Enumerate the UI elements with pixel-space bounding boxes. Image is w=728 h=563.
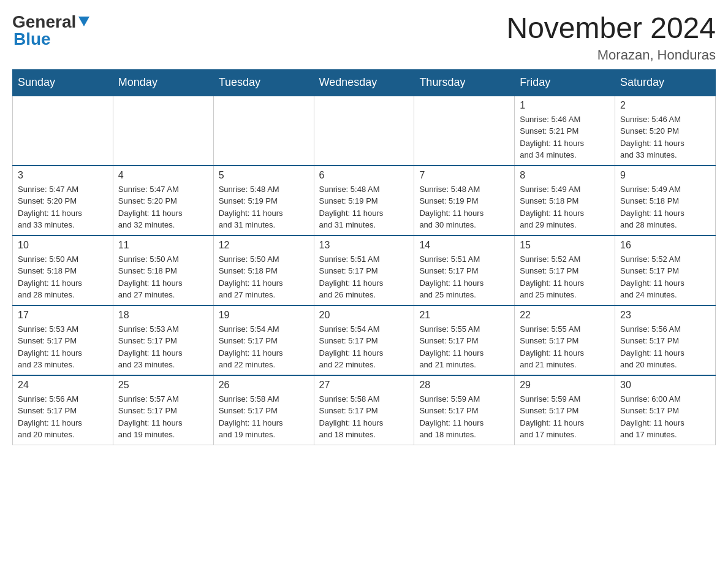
day-number: 17 (18, 310, 108, 321)
table-row: 28Sunrise: 5:59 AM Sunset: 5:17 PM Dayli… (414, 375, 515, 445)
day-number: 22 (520, 310, 610, 321)
page-header: General Blue November 2024 Morazan, Hond… (12, 12, 716, 63)
day-info: Sunrise: 5:55 AM Sunset: 5:17 PM Dayligh… (520, 323, 610, 371)
table-row: 12Sunrise: 5:50 AM Sunset: 5:18 PM Dayli… (213, 236, 314, 305)
table-row: 9Sunrise: 5:49 AM Sunset: 5:18 PM Daylig… (615, 166, 716, 236)
table-row: 8Sunrise: 5:49 AM Sunset: 5:18 PM Daylig… (515, 166, 615, 236)
table-row: 4Sunrise: 5:47 AM Sunset: 5:20 PM Daylig… (113, 166, 213, 236)
table-row: 23Sunrise: 5:56 AM Sunset: 5:17 PM Dayli… (615, 305, 716, 375)
day-number: 15 (520, 240, 610, 251)
day-number: 7 (419, 170, 509, 181)
table-row: 26Sunrise: 5:58 AM Sunset: 5:17 PM Dayli… (213, 375, 314, 445)
table-row: 21Sunrise: 5:55 AM Sunset: 5:17 PM Dayli… (414, 305, 515, 375)
table-row: 6Sunrise: 5:48 AM Sunset: 5:19 PM Daylig… (314, 166, 414, 236)
table-row (213, 96, 314, 166)
day-info: Sunrise: 5:54 AM Sunset: 5:17 PM Dayligh… (219, 323, 309, 371)
table-row: 5Sunrise: 5:48 AM Sunset: 5:19 PM Daylig… (213, 166, 314, 236)
weekday-header-row: Sunday Monday Tuesday Wednesday Thursday… (13, 69, 716, 96)
calendar-week-row: 3Sunrise: 5:47 AM Sunset: 5:20 PM Daylig… (13, 166, 716, 236)
table-row: 11Sunrise: 5:50 AM Sunset: 5:18 PM Dayli… (113, 236, 213, 305)
day-info: Sunrise: 5:47 AM Sunset: 5:20 PM Dayligh… (18, 183, 108, 231)
calendar-week-row: 17Sunrise: 5:53 AM Sunset: 5:17 PM Dayli… (13, 305, 716, 375)
table-row (13, 96, 113, 166)
day-number: 27 (319, 380, 409, 391)
day-number: 26 (219, 380, 309, 391)
day-number: 6 (319, 170, 409, 181)
day-number: 29 (520, 380, 610, 391)
svg-marker-0 (78, 17, 89, 26)
header-wednesday: Wednesday (314, 69, 414, 96)
table-row: 2Sunrise: 5:46 AM Sunset: 5:20 PM Daylig… (615, 96, 716, 166)
table-row: 24Sunrise: 5:56 AM Sunset: 5:17 PM Dayli… (13, 375, 113, 445)
day-info: Sunrise: 6:00 AM Sunset: 5:17 PM Dayligh… (620, 393, 710, 441)
title-area: November 2024 Morazan, Honduras (506, 12, 716, 63)
day-info: Sunrise: 5:53 AM Sunset: 5:17 PM Dayligh… (118, 323, 208, 371)
day-info: Sunrise: 5:59 AM Sunset: 5:17 PM Dayligh… (520, 393, 610, 441)
day-info: Sunrise: 5:48 AM Sunset: 5:19 PM Dayligh… (219, 183, 309, 231)
table-row: 3Sunrise: 5:47 AM Sunset: 5:20 PM Daylig… (13, 166, 113, 236)
header-monday: Monday (113, 69, 213, 96)
day-number: 13 (319, 240, 409, 251)
day-info: Sunrise: 5:48 AM Sunset: 5:19 PM Dayligh… (319, 183, 409, 231)
day-info: Sunrise: 5:52 AM Sunset: 5:17 PM Dayligh… (520, 253, 610, 301)
day-info: Sunrise: 5:47 AM Sunset: 5:20 PM Dayligh… (118, 183, 208, 231)
calendar-week-row: 10Sunrise: 5:50 AM Sunset: 5:18 PM Dayli… (13, 236, 716, 305)
table-row: 17Sunrise: 5:53 AM Sunset: 5:17 PM Dayli… (13, 305, 113, 375)
day-number: 10 (18, 240, 108, 251)
day-number: 25 (118, 380, 208, 391)
day-info: Sunrise: 5:48 AM Sunset: 5:19 PM Dayligh… (419, 183, 509, 231)
day-number: 30 (620, 380, 710, 391)
day-info: Sunrise: 5:51 AM Sunset: 5:17 PM Dayligh… (319, 253, 409, 301)
table-row: 20Sunrise: 5:54 AM Sunset: 5:17 PM Dayli… (314, 305, 414, 375)
day-info: Sunrise: 5:59 AM Sunset: 5:17 PM Dayligh… (419, 393, 509, 441)
day-info: Sunrise: 5:54 AM Sunset: 5:17 PM Dayligh… (319, 323, 409, 371)
table-row: 27Sunrise: 5:58 AM Sunset: 5:17 PM Dayli… (314, 375, 414, 445)
table-row: 1Sunrise: 5:46 AM Sunset: 5:21 PM Daylig… (515, 96, 615, 166)
day-info: Sunrise: 5:52 AM Sunset: 5:17 PM Dayligh… (620, 253, 710, 301)
calendar: Sunday Monday Tuesday Wednesday Thursday… (12, 69, 716, 445)
day-info: Sunrise: 5:50 AM Sunset: 5:18 PM Dayligh… (18, 253, 108, 301)
main-title: November 2024 (506, 12, 716, 45)
day-number: 9 (620, 170, 710, 181)
header-saturday: Saturday (615, 69, 716, 96)
day-info: Sunrise: 5:51 AM Sunset: 5:17 PM Dayligh… (419, 253, 509, 301)
table-row: 16Sunrise: 5:52 AM Sunset: 5:17 PM Dayli… (615, 236, 716, 305)
table-row: 30Sunrise: 6:00 AM Sunset: 5:17 PM Dayli… (615, 375, 716, 445)
table-row: 19Sunrise: 5:54 AM Sunset: 5:17 PM Dayli… (213, 305, 314, 375)
day-number: 18 (118, 310, 208, 321)
day-number: 8 (520, 170, 610, 181)
table-row: 25Sunrise: 5:57 AM Sunset: 5:17 PM Dayli… (113, 375, 213, 445)
day-info: Sunrise: 5:49 AM Sunset: 5:18 PM Dayligh… (620, 183, 710, 231)
day-number: 20 (319, 310, 409, 321)
day-number: 14 (419, 240, 509, 251)
table-row (314, 96, 414, 166)
day-number: 11 (118, 240, 208, 251)
day-number: 24 (18, 380, 108, 391)
day-info: Sunrise: 5:50 AM Sunset: 5:18 PM Dayligh… (219, 253, 309, 301)
day-number: 28 (419, 380, 509, 391)
day-info: Sunrise: 5:58 AM Sunset: 5:17 PM Dayligh… (219, 393, 309, 441)
day-info: Sunrise: 5:46 AM Sunset: 5:20 PM Dayligh… (620, 113, 710, 161)
table-row: 29Sunrise: 5:59 AM Sunset: 5:17 PM Dayli… (515, 375, 615, 445)
subtitle: Morazan, Honduras (506, 47, 716, 63)
day-number: 2 (620, 100, 710, 111)
table-row: 13Sunrise: 5:51 AM Sunset: 5:17 PM Dayli… (314, 236, 414, 305)
logo-arrow-icon (78, 17, 89, 29)
day-info: Sunrise: 5:53 AM Sunset: 5:17 PM Dayligh… (18, 323, 108, 371)
day-number: 12 (219, 240, 309, 251)
table-row: 7Sunrise: 5:48 AM Sunset: 5:19 PM Daylig… (414, 166, 515, 236)
table-row: 10Sunrise: 5:50 AM Sunset: 5:18 PM Dayli… (13, 236, 113, 305)
header-tuesday: Tuesday (213, 69, 314, 96)
day-number: 19 (219, 310, 309, 321)
day-info: Sunrise: 5:56 AM Sunset: 5:17 PM Dayligh… (620, 323, 710, 371)
day-number: 5 (219, 170, 309, 181)
table-row: 22Sunrise: 5:55 AM Sunset: 5:17 PM Dayli… (515, 305, 615, 375)
day-info: Sunrise: 5:58 AM Sunset: 5:17 PM Dayligh… (319, 393, 409, 441)
calendar-week-row: 24Sunrise: 5:56 AM Sunset: 5:17 PM Dayli… (13, 375, 716, 445)
table-row: 15Sunrise: 5:52 AM Sunset: 5:17 PM Dayli… (515, 236, 615, 305)
table-row: 18Sunrise: 5:53 AM Sunset: 5:17 PM Dayli… (113, 305, 213, 375)
table-row (113, 96, 213, 166)
header-friday: Friday (515, 69, 615, 96)
day-info: Sunrise: 5:49 AM Sunset: 5:18 PM Dayligh… (520, 183, 610, 231)
calendar-header: Sunday Monday Tuesday Wednesday Thursday… (13, 69, 716, 96)
